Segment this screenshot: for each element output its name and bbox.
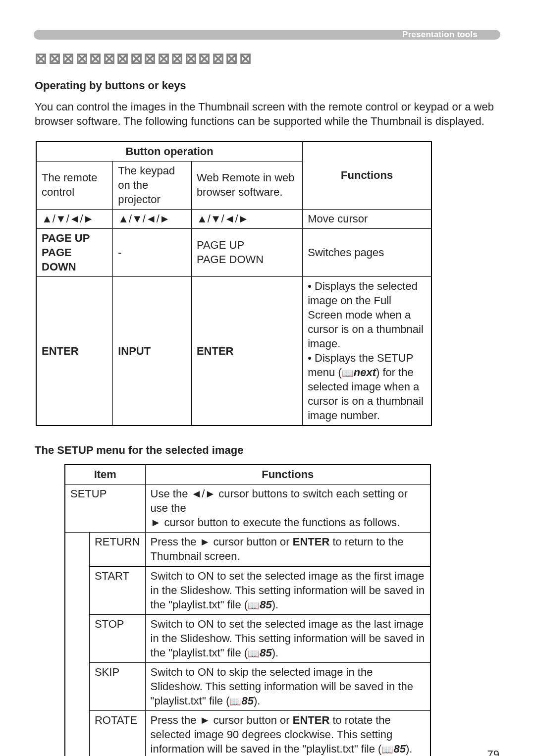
fn-text: ).	[272, 647, 278, 659]
page-number: 79	[487, 747, 499, 756]
cell-return-fn: Press the ► cursor button or ENTER to re…	[145, 533, 430, 566]
table-row: Item Functions	[65, 465, 430, 485]
cell-setup-item: SETUP	[65, 485, 145, 533]
table-row: ▲/▼/◄/► ▲/▼/◄/► ▲/▼/◄/► Move cursor	[36, 209, 431, 228]
table-row: RETURN Press the ► cursor button or ENTE…	[65, 533, 430, 566]
table-row: START Switch to ON to set the selected i…	[65, 566, 430, 614]
fn-text: ).	[272, 598, 278, 611]
section-title-placeholder: ⊠⊠⊠⊠⊠⊠⊠⊠⊠⊠⊠⊠⊠⊠⊠⊠	[35, 49, 500, 68]
cell-page-remote: PAGE UP PAGE DOWN	[36, 228, 113, 276]
cell-arrows-web: ▲/▼/◄/►	[191, 209, 302, 228]
cell-arrows-keypad: ▲/▼/◄/►	[113, 209, 192, 228]
table-row: SKIP Switch to ON to skip the selected i…	[65, 662, 430, 710]
fn-text: Switch to ON to set the selected image a…	[151, 618, 425, 659]
cell-indent-spacer	[65, 533, 89, 756]
intro-paragraph: You can control the images in the Thumbn…	[35, 100, 499, 128]
th-remote: The remote control	[36, 161, 113, 209]
cell-rotate-item: ROTATE	[89, 710, 145, 756]
th-button-operation: Button operation	[36, 142, 303, 162]
book-icon: 📖	[248, 648, 260, 660]
cell-enter-web: ENTER	[191, 276, 302, 426]
subheading-setup-menu: The SETUP menu for the selected image	[35, 443, 500, 457]
cell-page-keypad: -	[113, 228, 192, 276]
table-row: STOP Switch to ON to set the selected im…	[65, 614, 430, 662]
cell-start-item: START	[89, 566, 145, 614]
header-bar: Presentation tools	[34, 30, 500, 40]
reference-number: 85	[393, 743, 405, 755]
header-chip: Presentation tools	[402, 29, 478, 40]
fn-text: Switch to ON to skip the selected image …	[151, 666, 413, 707]
table-row: ENTER INPUT ENTER • Displays the selecte…	[36, 276, 431, 426]
setup-menu-table: Item Functions SETUP Use the ◄/► cursor …	[64, 464, 431, 756]
cell-return-item: RETURN	[89, 533, 145, 566]
fn-text: Use the ◄/► cursor buttons to switch eac…	[151, 487, 408, 514]
cell-rotate-fn: Press the ► cursor button or ENTER to ro…	[145, 710, 430, 756]
cell-stop-fn: Switch to ON to set the selected image a…	[145, 614, 430, 662]
table-row: ROTATE Press the ► cursor button or ENTE…	[65, 710, 430, 756]
fn-text: ).	[254, 695, 260, 707]
cell-arrows-remote: ▲/▼/◄/►	[36, 209, 113, 228]
subheading-operating: Operating by buttons or keys	[35, 78, 500, 93]
reference-number: 85	[241, 695, 253, 707]
cell-fn-pages: Switches pages	[303, 228, 431, 276]
cell-page-web: PAGE UP PAGE DOWN	[191, 228, 302, 276]
cell-skip-fn: Switch to ON to skip the selected image …	[145, 662, 430, 710]
th-web: Web Remote in web browser software.	[191, 161, 302, 209]
book-icon: 📖	[381, 744, 393, 756]
reference-number: 85	[260, 598, 271, 611]
fn-text: ).	[406, 743, 412, 755]
table-row: PAGE UP PAGE DOWN - PAGE UP PAGE DOWN Sw…	[36, 228, 431, 276]
book-icon: 📖	[248, 599, 260, 612]
button-operation-table: Button operation Functions The remote co…	[36, 141, 432, 427]
fn-text-bold: ENTER	[293, 536, 330, 548]
cell-setup-fn: Use the ◄/► cursor buttons to switch eac…	[145, 485, 430, 533]
book-icon: 📖	[342, 367, 354, 379]
cell-fn-cursor: Move cursor	[303, 209, 431, 228]
table-row: Button operation Functions	[36, 142, 431, 162]
fn-text: Press the ► cursor button or	[151, 714, 293, 726]
fn-text: Press the ► cursor button or	[151, 536, 293, 548]
fn-text-bold: ENTER	[293, 714, 330, 726]
fn-text: ► cursor button to execute the functions…	[151, 516, 400, 529]
fn-text: • Displays the selected image on the Ful…	[308, 280, 424, 350]
table-row: SETUP Use the ◄/► cursor buttons to swit…	[65, 485, 430, 533]
cell-enter-remote: ENTER	[36, 276, 113, 426]
cell-start-fn: Switch to ON to set the selected image a…	[145, 566, 430, 614]
fn-text: Switch to ON to set the selected image a…	[151, 570, 425, 611]
reference-next: next	[354, 366, 376, 378]
cell-skip-item: SKIP	[89, 662, 145, 710]
th-functions: Functions	[303, 142, 431, 210]
th-item: Item	[65, 465, 145, 485]
cell-enter-keypad: INPUT	[113, 276, 192, 426]
cell-stop-item: STOP	[89, 614, 145, 662]
reference-number: 85	[260, 647, 271, 659]
book-icon: 📖	[229, 696, 241, 708]
cell-fn-enter: • Displays the selected image on the Ful…	[303, 276, 431, 426]
document-page: Presentation tools ⊠⊠⊠⊠⊠⊠⊠⊠⊠⊠⊠⊠⊠⊠⊠⊠ Oper…	[0, 0, 535, 756]
th-keypad: The keypad on the projector	[113, 161, 192, 209]
th-functions: Functions	[145, 465, 430, 485]
